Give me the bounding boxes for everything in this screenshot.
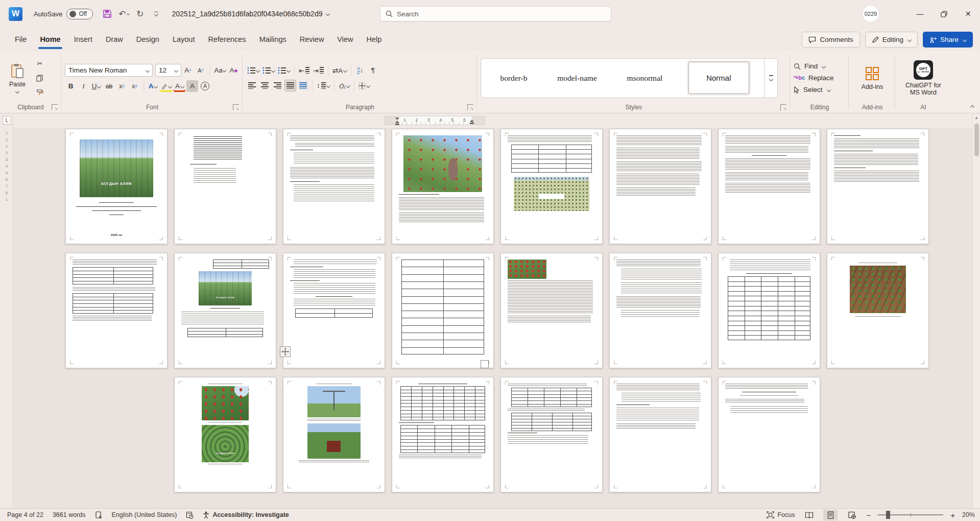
- tab-mailings[interactable]: Mailings: [253, 28, 293, 51]
- read-mode-button[interactable]: [802, 510, 816, 520]
- document-status[interactable]: [186, 511, 194, 519]
- enclose-characters-icon[interactable]: A: [199, 80, 211, 92]
- underline-button[interactable]: U: [90, 80, 102, 92]
- clipboard-dialog-launcher[interactable]: ↘: [52, 104, 58, 110]
- align-right-icon[interactable]: [272, 80, 283, 91]
- multilevel-list-icon[interactable]: [277, 64, 291, 76]
- page-thumbnail[interactable]: БОГДЫН АЛИМ: [174, 253, 276, 368]
- style-border-b[interactable]: border-b: [496, 72, 531, 85]
- undo-dropdown-icon[interactable]: [127, 12, 130, 15]
- page-thumbnail[interactable]: [283, 377, 385, 492]
- align-center-icon[interactable]: [259, 80, 271, 91]
- replace-button[interactable]: ↷bc Replace: [794, 74, 834, 82]
- tab-home[interactable]: Home: [33, 28, 67, 51]
- sort-icon[interactable]: AZ↓: [354, 64, 366, 76]
- page-thumbnail[interactable]: [392, 377, 494, 492]
- horizontal-ruler[interactable]: 123456: [384, 116, 485, 125]
- tab-selector[interactable]: L: [3, 116, 11, 125]
- customize-qat-icon[interactable]: [149, 7, 163, 21]
- borders-icon[interactable]: [357, 80, 371, 91]
- tab-draw[interactable]: Draw: [99, 28, 130, 51]
- zoom-slider-thumb[interactable]: [886, 511, 890, 519]
- page-thumbnail[interactable]: [174, 129, 276, 244]
- autosave-control[interactable]: AutoSave Off: [34, 9, 93, 19]
- style-normal[interactable]: Normal: [688, 62, 749, 94]
- page-thumbnail[interactable]: [827, 129, 929, 244]
- line-spacing-icon[interactable]: ↕: [316, 80, 331, 91]
- subscript-button[interactable]: x2: [116, 80, 128, 92]
- word-logo-icon[interactable]: W: [9, 7, 22, 21]
- asian-layout-icon[interactable]: ⇄A: [331, 64, 348, 76]
- paragraph-dialog-launcher[interactable]: ↘: [467, 104, 473, 110]
- page-thumbnail[interactable]: [392, 129, 494, 244]
- vertical-ruler[interactable]: 12123456781: [0, 113, 13, 508]
- font-size-combo[interactable]: 12: [155, 64, 181, 77]
- styles-dialog-launcher[interactable]: ↘: [780, 104, 786, 110]
- editing-mode-button[interactable]: Editing: [865, 32, 918, 48]
- show-paragraph-marks-icon[interactable]: ¶: [367, 64, 379, 76]
- zoom-in-button[interactable]: +: [950, 511, 955, 519]
- tab-file[interactable]: File: [8, 28, 33, 51]
- text-effects-icon[interactable]: A: [147, 80, 159, 92]
- page-thumbnail[interactable]: [500, 129, 603, 244]
- undo-icon[interactable]: ↶: [116, 7, 131, 21]
- word-count[interactable]: 3661 words: [53, 511, 86, 518]
- page-thumbnail[interactable]: [65, 253, 168, 368]
- comments-button[interactable]: Comments: [802, 32, 859, 48]
- paste-button[interactable]: Paste: [3, 55, 32, 102]
- style-msonormal[interactable]: msonormal: [623, 72, 667, 85]
- increase-indent-icon[interactable]: ⇥: [312, 64, 324, 76]
- save-icon[interactable]: [100, 7, 114, 21]
- select-button[interactable]: Select: [794, 86, 834, 93]
- document-title[interactable]: 202512_1a9d25b81d6fab20f0434e068c50b2d9: [172, 10, 329, 18]
- chatgpt-button[interactable]: GPTfor WORD ChatGPT for MS Word: [900, 55, 947, 102]
- indent-marker-left[interactable]: [395, 117, 399, 125]
- bold-button[interactable]: B: [65, 80, 77, 92]
- page-thumbnail[interactable]: [500, 377, 603, 492]
- zoom-slider[interactable]: [878, 514, 943, 515]
- tab-design[interactable]: Design: [130, 28, 166, 51]
- find-button[interactable]: Find: [794, 62, 834, 70]
- highlight-color-icon[interactable]: [160, 80, 173, 92]
- page-thumbnail[interactable]: [718, 129, 820, 244]
- format-painter-icon[interactable]: [34, 86, 46, 98]
- page-thumbnail[interactable]: [609, 253, 711, 368]
- clear-formatting-icon[interactable]: A◆: [228, 64, 240, 76]
- vertical-scrollbar[interactable]: ▲: [972, 113, 980, 508]
- change-case-icon[interactable]: Aa: [213, 64, 227, 76]
- page-thumbnail[interactable]: [718, 253, 820, 368]
- tab-insert[interactable]: Insert: [67, 28, 99, 51]
- copy-icon[interactable]: [34, 72, 46, 84]
- accessibility-status[interactable]: Accessibility: Investigate: [203, 511, 289, 519]
- page-thumbnail[interactable]: [392, 253, 494, 368]
- restore-button[interactable]: [932, 0, 956, 28]
- redo-icon[interactable]: ↻: [133, 7, 147, 21]
- distribute-icon[interactable]: [297, 80, 309, 91]
- align-left-icon[interactable]: [246, 80, 258, 91]
- tab-layout[interactable]: Layout: [166, 28, 202, 51]
- paste-dropdown-icon[interactable]: [15, 89, 19, 93]
- justify-icon[interactable]: [284, 80, 296, 91]
- tab-review[interactable]: Review: [293, 28, 331, 51]
- tab-help[interactable]: Help: [360, 28, 389, 51]
- proofing-status[interactable]: [95, 511, 103, 519]
- page-thumbnail[interactable]: [827, 253, 929, 368]
- page-thumbnail[interactable]: [609, 129, 711, 244]
- page-thumbnail[interactable]: БОГДЫН АЛИМ: [174, 377, 276, 492]
- account-avatar[interactable]: 0229: [862, 5, 879, 22]
- addins-button[interactable]: Add-ins: [858, 55, 887, 102]
- page-thumbnail[interactable]: [609, 377, 711, 492]
- font-name-combo[interactable]: Times New Roman: [65, 64, 153, 77]
- page-thumbnail[interactable]: [283, 129, 385, 244]
- minimize-button[interactable]: —: [908, 0, 932, 28]
- page-indicator[interactable]: Page 4 of 22: [7, 511, 43, 518]
- autosave-toggle[interactable]: Off: [66, 9, 93, 19]
- cut-icon[interactable]: ✂: [34, 58, 46, 69]
- style-model-name[interactable]: model-name: [553, 72, 601, 85]
- numbering-icon[interactable]: [261, 64, 276, 76]
- zoom-level[interactable]: 20%: [962, 511, 975, 518]
- strikethrough-button[interactable]: ab: [103, 80, 115, 92]
- focus-button[interactable]: Focus: [767, 511, 795, 518]
- search-input[interactable]: Search: [380, 6, 611, 21]
- decrease-indent-icon[interactable]: ⇤: [298, 64, 310, 76]
